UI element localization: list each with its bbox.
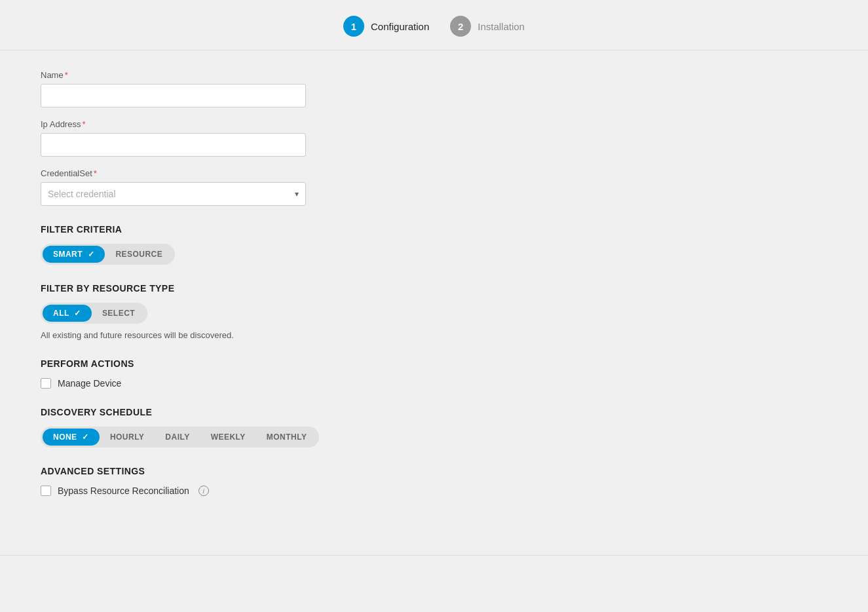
stepper: 1 Configuration 2 Installation (0, 0, 868, 50)
monthly-schedule-btn[interactable]: MONTHLY (256, 429, 318, 446)
manage-device-label: Manage Device (58, 378, 121, 389)
manage-device-row: Manage Device (41, 378, 549, 389)
credential-required-star: * (94, 168, 97, 178)
credential-field-group: CredentialSet* Select credential ▾ (41, 168, 549, 206)
all-checkmark-icon: ✓ (74, 309, 81, 318)
name-label: Name* (41, 70, 549, 80)
filter-criteria-heading: FILTER CRITERIA (41, 224, 549, 235)
chevron-down-icon: ▾ (295, 189, 299, 199)
name-field-group: Name* (41, 70, 549, 107)
manage-device-checkbox[interactable] (41, 378, 51, 389)
bypass-resource-row: Bypass Resource Reconciliation i (41, 486, 549, 496)
ip-input[interactable] (41, 133, 306, 157)
discovery-schedule-heading: DISCOVERY SCHEDULE (41, 407, 549, 417)
schedule-toggle-group: NONE ✓ HOURLY DAILY WEEKLY MONTHLY (41, 427, 319, 448)
step-1-label: Configuration (371, 21, 429, 32)
credential-placeholder: Select credential (48, 189, 116, 199)
all-toggle-btn[interactable]: ALL ✓ (43, 305, 92, 322)
smart-checkmark-icon: ✓ (88, 250, 94, 259)
none-checkmark-icon: ✓ (82, 432, 88, 442)
perform-actions-heading: PERFORM ACTIONS (41, 358, 549, 369)
ip-field-group: Ip Address* (41, 119, 549, 157)
bypass-info-icon[interactable]: i (198, 486, 209, 496)
select-toggle-btn[interactable]: SELECT (92, 305, 145, 322)
hourly-schedule-btn[interactable]: HOURLY (100, 429, 155, 446)
name-input[interactable] (41, 84, 306, 107)
bottom-divider (0, 555, 868, 556)
ip-label: Ip Address* (41, 119, 549, 129)
resource-toggle-btn[interactable]: RESOURCE (105, 246, 173, 263)
step-1: 1 Configuration (343, 16, 429, 37)
filter-resource-type-heading: FILTER BY RESOURCE TYPE (41, 283, 549, 294)
main-content: Name* Ip Address* CredentialSet* Select … (0, 50, 590, 516)
bypass-resource-label: Bypass Resource Reconciliation (58, 486, 189, 496)
filter-criteria-toggle-group: SMART ✓ RESOURCE (41, 244, 175, 265)
ip-required-star: * (82, 119, 85, 129)
weekly-schedule-btn[interactable]: WEEKLY (200, 429, 256, 446)
step-1-circle: 1 (343, 16, 364, 37)
step-2-circle: 2 (450, 16, 471, 37)
step-2: 2 Installation (450, 16, 525, 37)
page-wrapper: 1 Configuration 2 Installation Name* Ip … (0, 0, 868, 612)
smart-toggle-btn[interactable]: SMART ✓ (43, 246, 105, 263)
filter-resource-type-toggle-group: ALL ✓ SELECT (41, 303, 147, 324)
advanced-settings-heading: ADVANCED SETTINGS (41, 466, 549, 476)
step-2-label: Installation (478, 21, 525, 32)
bypass-resource-checkbox[interactable] (41, 486, 51, 496)
name-required-star: * (65, 70, 68, 80)
credential-select[interactable]: Select credential ▾ (41, 182, 306, 206)
resource-info-text: All existing and future resources will b… (41, 330, 549, 340)
none-schedule-btn[interactable]: NONE ✓ (43, 429, 100, 446)
daily-schedule-btn[interactable]: DAILY (155, 429, 200, 446)
credential-label: CredentialSet* (41, 168, 549, 178)
